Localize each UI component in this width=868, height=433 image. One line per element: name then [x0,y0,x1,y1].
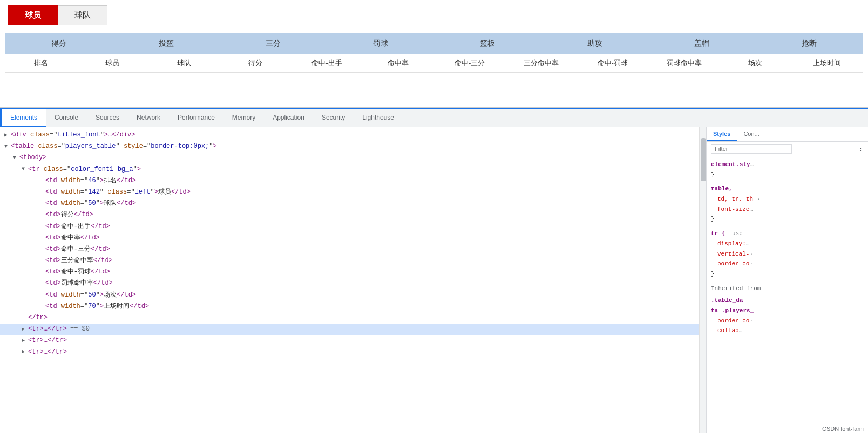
dom-line-tr-2[interactable]: <tr>…</tr> [0,335,699,346]
sub-3ppct: 三分命中率 [505,58,577,68]
sub-fgpct: 命中率 [363,58,434,68]
dom-line-table[interactable]: <table class="players_table" style="bord… [0,141,699,152]
sub-rank: 排名 [5,58,77,68]
devtools-tabs: Elements Console Sources Network Perform… [2,108,868,127]
header-score: 得分 [5,39,113,49]
sub-pts: 得分 [220,58,291,68]
dom-line-div[interactable]: <div class="titles_font" >…</div> [0,129,699,141]
tab-application[interactable]: Application [264,109,313,127]
dom-line-td-games[interactable]: <td width="50" >场次</td> [0,290,699,301]
triangle-icon[interactable] [22,348,28,356]
triangle-icon[interactable] [22,336,28,345]
header-blocks: 盖帽 [648,39,756,49]
header-steals: 抢断 [756,39,863,49]
tab-performance[interactable]: Performance [169,109,223,127]
css-block-inherited: Inherited from .table_da ta .players_ bo… [711,284,864,336]
tab-network[interactable]: Network [128,109,169,127]
triangle-icon[interactable] [22,165,28,174]
elements-panel[interactable]: <div class="titles_font" >…</div> <table… [0,127,700,433]
styles-content: element.sty… } table, td, tr, th · font-… [707,156,868,433]
sub-player: 球员 [77,58,148,68]
sub-team: 球队 [148,58,220,68]
tab-sources[interactable]: Sources [87,109,128,127]
styles-panel: Styles Con... ⋮ element.sty… } table, td… [706,127,868,433]
dom-line-td-3pm[interactable]: <td>命中-三分</td> [0,244,699,255]
sub-ftm-a: 命中-罚球 [577,58,648,68]
styles-tabs: Styles Con... [707,127,868,142]
sub-fgm-a: 命中-出手 [291,58,362,68]
styles-tab-computed[interactable]: Con... [737,127,765,141]
header-assists: 助攻 [541,39,649,49]
dom-line-td-minutes[interactable]: <td width="70" >上场时间</td> [0,301,699,312]
sub-games: 场次 [720,58,791,68]
dom-line-td-3ppct[interactable]: <td>三分命中率</td> [0,255,699,266]
css-block-element: element.sty… } [711,160,864,180]
styles-filter-input[interactable] [711,144,792,154]
tab-lighthouse[interactable]: Lighthouse [354,109,403,127]
table-subheader: 排名 球员 球队 得分 命中-出手 命中率 命中-三分 三分命中率 命中-罚球 … [5,54,863,73]
tab-buttons: 球员 球队 [0,0,868,25]
website-preview: 球员 球队 得分 投篮 三分 罚球 篮板 助攻 盖帽 抢断 排名 球员 球队 得… [0,0,868,108]
triangle-icon[interactable] [4,131,11,140]
dom-line-td-ftm[interactable]: <td>命中-罚球</td> [0,266,699,278]
dom-line-tbody[interactable]: <tbody> [0,152,699,163]
filter-options-icon: ⋮ [858,146,864,153]
sub-minutes: 上场时间 [791,58,863,68]
header-freethrow: 罚球 [327,39,435,49]
dom-line-td-player[interactable]: <td width="142" class="left" >球员</td> [0,187,699,198]
dom-line-tr[interactable]: <tr class="color_font1 bg_a" > [0,164,699,175]
tab-players[interactable]: 球员 [8,5,58,25]
header-rebounds: 篮板 [434,39,541,49]
styles-filter-area: ⋮ [707,142,868,156]
scrollbar-thumb[interactable] [701,138,706,181]
triangle-icon[interactable] [4,142,11,151]
dom-line-td-score[interactable]: <td>得分</td> [0,209,699,221]
css-block-table: table, td, tr, th · font-size… } [711,184,864,224]
scrollbar-track[interactable] [700,127,706,433]
devtools-body: <div class="titles_font" >…</div> <table… [0,127,868,433]
dom-line-td-ftpct[interactable]: <td>罚球命中率</td> [0,278,699,289]
triangle-icon[interactable] [13,154,19,162]
dom-line-close-tr[interactable]: </tr> [0,312,699,324]
table-header: 得分 投篮 三分 罚球 篮板 助攻 盖帽 抢断 [5,33,863,54]
tab-teams[interactable]: 球队 [58,5,107,25]
sub-3pm-a: 命中-三分 [434,58,505,68]
styles-tab-styles[interactable]: Styles [707,127,737,141]
dom-line-tr-3[interactable]: <tr>…</tr> [0,347,699,358]
dom-line-td-fgm[interactable]: <td>命中-出手</td> [0,221,699,232]
tab-security[interactable]: Security [313,109,354,127]
dom-line-tr-selected[interactable]: <tr>…</tr> == $0 [0,324,699,335]
triangle-icon[interactable] [22,325,28,334]
dom-line-td-fgpct[interactable]: <td>命中率</td> [0,232,699,244]
header-three: 三分 [220,39,327,49]
bottom-label: CSDN font-fami [822,425,864,432]
tab-elements[interactable]: Elements [2,109,46,127]
css-block-tr: tr { use display:… vertical-· border-co·… [711,229,864,279]
tab-memory[interactable]: Memory [223,109,264,127]
sub-ftpct: 罚球命中率 [648,58,720,68]
header-shooting: 投篮 [113,39,220,49]
dom-line-td-rank[interactable]: <td width="46" >排名</td> [0,175,699,187]
dom-line-td-team[interactable]: <td width="50" >球队</td> [0,198,699,209]
tab-console[interactable]: Console [46,109,87,127]
devtools-panel: Elements Console Sources Network Perform… [0,108,868,433]
